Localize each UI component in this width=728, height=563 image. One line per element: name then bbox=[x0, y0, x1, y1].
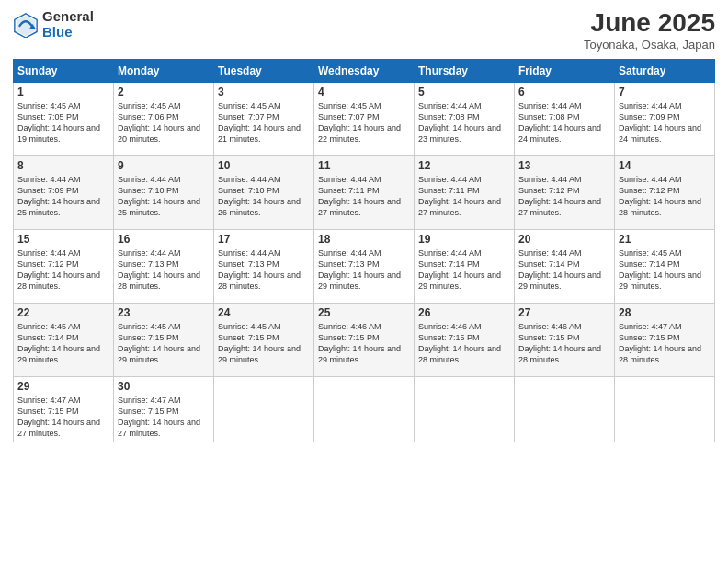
cell-info: Sunrise: 4:44 AMSunset: 7:10 PMDaylight:… bbox=[118, 174, 210, 219]
cell-info: Sunrise: 4:45 AMSunset: 7:15 PMDaylight:… bbox=[218, 321, 310, 366]
cell-info: Sunrise: 4:45 AMSunset: 7:07 PMDaylight:… bbox=[218, 100, 310, 145]
cell-info: Sunrise: 4:46 AMSunset: 7:15 PMDaylight:… bbox=[418, 321, 510, 366]
day-number: 20 bbox=[518, 233, 610, 246]
location: Toyonaka, Osaka, Japan bbox=[584, 38, 715, 52]
cell-info: Sunrise: 4:44 AMSunset: 7:10 PMDaylight:… bbox=[218, 174, 310, 219]
calendar-cell: 25Sunrise: 4:46 AMSunset: 7:15 PMDayligh… bbox=[314, 303, 415, 376]
calendar-cell: 3Sunrise: 4:45 AMSunset: 7:07 PMDaylight… bbox=[214, 82, 314, 155]
calendar-cell: 4Sunrise: 4:45 AMSunset: 7:07 PMDaylight… bbox=[314, 82, 415, 155]
cell-info: Sunrise: 4:44 AMSunset: 7:14 PMDaylight:… bbox=[518, 247, 610, 293]
calendar-cell: 28Sunrise: 4:47 AMSunset: 7:15 PMDayligh… bbox=[615, 303, 715, 376]
weekday-header-row: SundayMondayTuesdayWednesdayThursdayFrid… bbox=[14, 59, 715, 82]
weekday-header-friday: Friday bbox=[515, 59, 615, 82]
calendar-cell: 2Sunrise: 4:45 AMSunset: 7:06 PMDaylight… bbox=[114, 82, 214, 155]
day-number: 21 bbox=[619, 233, 711, 246]
calendar-cell bbox=[214, 376, 314, 442]
calendar-cell: 11Sunrise: 4:44 AMSunset: 7:11 PMDayligh… bbox=[314, 155, 415, 229]
weekday-header-thursday: Thursday bbox=[415, 59, 515, 82]
cell-info: Sunrise: 4:45 AMSunset: 7:15 PMDaylight:… bbox=[118, 321, 210, 366]
cell-info: Sunrise: 4:45 AMSunset: 7:06 PMDaylight:… bbox=[118, 100, 210, 145]
calendar-week-2: 8Sunrise: 4:44 AMSunset: 7:09 PMDaylight… bbox=[14, 155, 715, 229]
calendar-cell: 5Sunrise: 4:44 AMSunset: 7:08 PMDaylight… bbox=[415, 82, 515, 155]
day-number: 16 bbox=[118, 233, 210, 246]
calendar-cell: 26Sunrise: 4:46 AMSunset: 7:15 PMDayligh… bbox=[415, 303, 515, 376]
cell-info: Sunrise: 4:44 AMSunset: 7:12 PMDaylight:… bbox=[17, 247, 109, 293]
day-number: 19 bbox=[418, 233, 510, 246]
day-number: 13 bbox=[518, 159, 610, 172]
cell-info: Sunrise: 4:46 AMSunset: 7:15 PMDaylight:… bbox=[518, 321, 610, 366]
weekday-header-wednesday: Wednesday bbox=[314, 59, 415, 82]
day-number: 26 bbox=[418, 306, 510, 319]
day-number: 25 bbox=[318, 306, 410, 319]
weekday-header-monday: Monday bbox=[114, 59, 214, 82]
calendar-cell: 23Sunrise: 4:45 AMSunset: 7:15 PMDayligh… bbox=[114, 303, 214, 376]
day-number: 2 bbox=[118, 86, 210, 98]
day-number: 9 bbox=[118, 159, 210, 172]
cell-info: Sunrise: 4:46 AMSunset: 7:15 PMDaylight:… bbox=[318, 321, 410, 366]
cell-info: Sunrise: 4:45 AMSunset: 7:14 PMDaylight:… bbox=[17, 321, 109, 366]
calendar-cell: 6Sunrise: 4:44 AMSunset: 7:08 PMDaylight… bbox=[515, 82, 615, 155]
cell-info: Sunrise: 4:44 AMSunset: 7:08 PMDaylight:… bbox=[518, 100, 610, 145]
cell-info: Sunrise: 4:45 AMSunset: 7:14 PMDaylight:… bbox=[619, 247, 711, 293]
day-number: 28 bbox=[619, 306, 711, 319]
weekday-header-sunday: Sunday bbox=[14, 59, 114, 82]
calendar-week-1: 1Sunrise: 4:45 AMSunset: 7:05 PMDaylight… bbox=[14, 82, 715, 155]
day-number: 1 bbox=[17, 86, 109, 98]
cell-info: Sunrise: 4:44 AMSunset: 7:13 PMDaylight:… bbox=[318, 247, 410, 293]
day-number: 6 bbox=[518, 86, 610, 98]
calendar-week-5: 29Sunrise: 4:47 AMSunset: 7:15 PMDayligh… bbox=[14, 376, 715, 442]
weekday-header-tuesday: Tuesday bbox=[214, 59, 314, 82]
calendar-cell bbox=[415, 376, 515, 442]
cell-info: Sunrise: 4:47 AMSunset: 7:15 PMDaylight:… bbox=[619, 321, 711, 366]
calendar-cell: 13Sunrise: 4:44 AMSunset: 7:12 PMDayligh… bbox=[515, 155, 615, 229]
cell-info: Sunrise: 4:44 AMSunset: 7:13 PMDaylight:… bbox=[118, 247, 210, 293]
logo-blue-text: Blue bbox=[42, 25, 94, 40]
day-number: 17 bbox=[218, 233, 310, 246]
calendar-cell: 29Sunrise: 4:47 AMSunset: 7:15 PMDayligh… bbox=[14, 376, 114, 442]
calendar-cell: 7Sunrise: 4:44 AMSunset: 7:09 PMDaylight… bbox=[615, 82, 715, 155]
calendar-cell: 22Sunrise: 4:45 AMSunset: 7:14 PMDayligh… bbox=[14, 303, 114, 376]
day-number: 14 bbox=[619, 159, 711, 172]
cell-info: Sunrise: 4:44 AMSunset: 7:08 PMDaylight:… bbox=[418, 100, 510, 145]
day-number: 23 bbox=[118, 306, 210, 319]
day-number: 8 bbox=[17, 159, 109, 172]
calendar-cell: 1Sunrise: 4:45 AMSunset: 7:05 PMDaylight… bbox=[14, 82, 114, 155]
day-number: 12 bbox=[418, 159, 510, 172]
day-number: 27 bbox=[518, 306, 610, 319]
month-title: June 2025 bbox=[584, 9, 715, 38]
calendar-cell: 24Sunrise: 4:45 AMSunset: 7:15 PMDayligh… bbox=[214, 303, 314, 376]
calendar-cell: 15Sunrise: 4:44 AMSunset: 7:12 PMDayligh… bbox=[14, 229, 114, 303]
day-number: 4 bbox=[318, 86, 410, 98]
title-block: June 2025 Toyonaka, Osaka, Japan bbox=[584, 9, 715, 52]
day-number: 30 bbox=[118, 380, 210, 393]
calendar-cell: 30Sunrise: 4:47 AMSunset: 7:15 PMDayligh… bbox=[114, 376, 214, 442]
cell-info: Sunrise: 4:44 AMSunset: 7:14 PMDaylight:… bbox=[418, 247, 510, 293]
weekday-header-saturday: Saturday bbox=[615, 59, 715, 82]
day-number: 3 bbox=[218, 86, 310, 98]
cell-info: Sunrise: 4:44 AMSunset: 7:09 PMDaylight:… bbox=[619, 100, 711, 145]
calendar-cell bbox=[314, 376, 415, 442]
cell-info: Sunrise: 4:44 AMSunset: 7:11 PMDaylight:… bbox=[318, 174, 410, 219]
day-number: 15 bbox=[17, 233, 109, 246]
calendar-week-4: 22Sunrise: 4:45 AMSunset: 7:14 PMDayligh… bbox=[14, 303, 715, 376]
calendar-week-3: 15Sunrise: 4:44 AMSunset: 7:12 PMDayligh… bbox=[14, 229, 715, 303]
day-number: 22 bbox=[17, 306, 109, 319]
calendar-cell: 17Sunrise: 4:44 AMSunset: 7:13 PMDayligh… bbox=[214, 229, 314, 303]
cell-info: Sunrise: 4:44 AMSunset: 7:13 PMDaylight:… bbox=[218, 247, 310, 293]
header: General Blue June 2025 Toyonaka, Osaka, … bbox=[13, 9, 715, 52]
cell-info: Sunrise: 4:44 AMSunset: 7:11 PMDaylight:… bbox=[418, 174, 510, 219]
calendar-table: SundayMondayTuesdayWednesdayThursdayFrid… bbox=[13, 59, 715, 443]
logo: General Blue bbox=[13, 9, 94, 40]
calendar-cell: 27Sunrise: 4:46 AMSunset: 7:15 PMDayligh… bbox=[515, 303, 615, 376]
calendar-cell bbox=[515, 376, 615, 442]
cell-info: Sunrise: 4:47 AMSunset: 7:15 PMDaylight:… bbox=[17, 395, 109, 440]
cell-info: Sunrise: 4:44 AMSunset: 7:12 PMDaylight:… bbox=[619, 174, 711, 219]
calendar-cell: 14Sunrise: 4:44 AMSunset: 7:12 PMDayligh… bbox=[615, 155, 715, 229]
day-number: 24 bbox=[218, 306, 310, 319]
calendar-cell: 20Sunrise: 4:44 AMSunset: 7:14 PMDayligh… bbox=[515, 229, 615, 303]
day-number: 10 bbox=[218, 159, 310, 172]
calendar-cell: 8Sunrise: 4:44 AMSunset: 7:09 PMDaylight… bbox=[14, 155, 114, 229]
cell-info: Sunrise: 4:44 AMSunset: 7:12 PMDaylight:… bbox=[518, 174, 610, 219]
day-number: 5 bbox=[418, 86, 510, 98]
day-number: 18 bbox=[318, 233, 410, 246]
